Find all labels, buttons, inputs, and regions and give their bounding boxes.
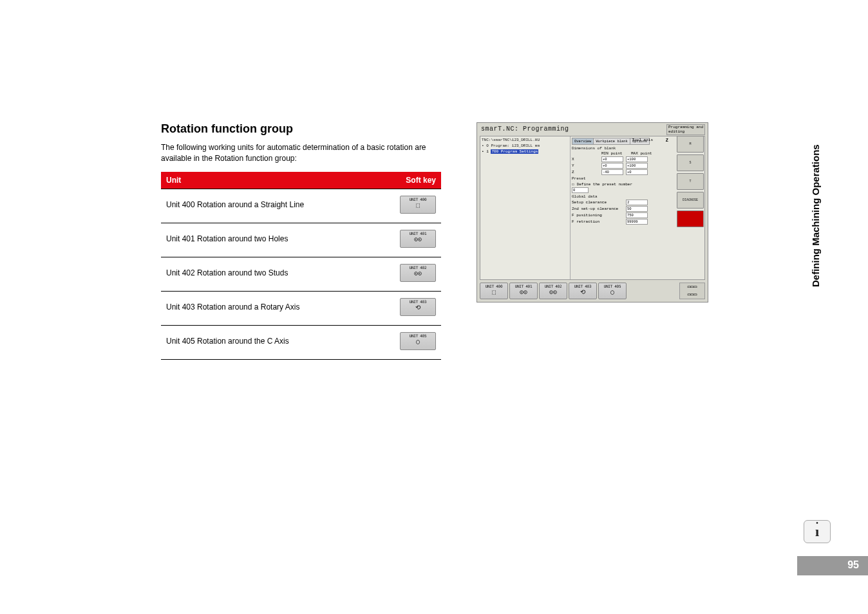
units-table: Unit Soft key Unit 400 Rotation around a…	[161, 172, 441, 360]
unit-desc: Unit 401 Rotation around two Holes	[161, 223, 383, 257]
info-icon: • ı	[804, 520, 831, 543]
max-label: MAX point	[631, 151, 658, 156]
sk-unit-400[interactable]: UNIT 400⬚	[480, 283, 508, 299]
tab-overview[interactable]: Overview	[572, 138, 594, 145]
side-btn-stop[interactable]	[677, 210, 704, 227]
preset-value[interactable]	[572, 187, 589, 193]
f-retraction-label: F retraction	[572, 219, 623, 224]
x-label: X	[572, 157, 599, 162]
tool-axis-label: Tool axis	[632, 138, 653, 142]
f-retraction[interactable]	[626, 219, 648, 225]
col-unit: Unit	[161, 172, 383, 189]
tab-workpiece[interactable]: Workpiece blank	[593, 138, 630, 145]
tree-program: • 0 Program: 123_DRILL mm	[482, 144, 569, 148]
softkey-unit-402[interactable]: UNIT 402⊙⊙	[400, 264, 436, 282]
softkey-unit-401[interactable]: UNIT 401⊙⊙	[400, 230, 436, 248]
screenshot-mode: Programming and editing	[666, 124, 705, 135]
tree-item[interactable]: • 1 700 Program Settings	[482, 149, 569, 154]
side-btn-diagnose[interactable]: DIAGNOSE	[677, 192, 704, 209]
table-row: Unit 401 Rotation around two Holes UNIT …	[161, 223, 441, 257]
z-min[interactable]	[601, 169, 623, 175]
table-row: Unit 402 Rotation around two Studs UNIT …	[161, 257, 441, 291]
table-row: Unit 403 Rotation around a Rotary Axis U…	[161, 291, 441, 325]
sk-unit-401[interactable]: UNIT 401⊙⊙	[509, 283, 538, 299]
preset-define-label: Define the preset number	[577, 182, 632, 187]
min-label: MIN point	[601, 151, 628, 156]
unit-desc: Unit 405 Rotation around the C Axis	[161, 325, 383, 359]
x-max[interactable]	[626, 156, 648, 162]
table-row: Unit 400 Rotation around a Straight Line…	[161, 189, 441, 223]
unit-desc: Unit 403 Rotation around a Rotary Axis	[161, 291, 383, 325]
f-positioning-label: F positioning	[572, 213, 623, 218]
table-row: Unit 405 Rotation around the C Axis UNIT…	[161, 325, 441, 359]
side-btn-m[interactable]: M	[677, 136, 704, 153]
softkey-unit-405[interactable]: UNIT 405◯	[400, 332, 436, 350]
side-section-label: Defining Machining Operations	[810, 122, 823, 309]
screenshot-title: smarT.NC: Programming	[481, 126, 569, 133]
program-tree: TNC:\smarTNC\123_DRILL.HU • 0 Program: 1…	[480, 136, 571, 279]
tree-path: TNC:\smarTNC\123_DRILL.HU	[482, 138, 569, 142]
cnc-screenshot: smarT.NC: Programming Programming and ed…	[476, 122, 708, 302]
setup-clearance-label: Setup clearance	[572, 200, 623, 205]
unit-desc: Unit 402 Rotation around two Studs	[161, 257, 383, 291]
section-heading: Rotation function group	[161, 122, 444, 136]
z-label: Z	[572, 170, 599, 174]
sk-unit-403[interactable]: UNIT 403⟲	[569, 283, 597, 299]
x-min[interactable]	[601, 156, 623, 162]
sk-paging[interactable]: ▭▭▭▭▭▭	[679, 283, 705, 299]
second-clearance-label: 2nd set-up clearance	[572, 207, 623, 211]
preset-checkbox[interactable]: ☐	[572, 181, 574, 187]
y-label: Y	[572, 163, 599, 168]
y-max[interactable]	[626, 163, 648, 169]
col-softkey: Soft key	[383, 172, 441, 189]
page-number: 95	[797, 556, 868, 575]
z-max[interactable]	[626, 169, 648, 175]
y-min[interactable]	[601, 163, 623, 169]
softkey-unit-403[interactable]: UNIT 403⟲	[400, 298, 436, 316]
second-clearance[interactable]	[626, 206, 648, 212]
side-btn-t[interactable]: T	[677, 173, 704, 190]
side-btn-s[interactable]: S	[677, 154, 704, 171]
softkey-unit-400[interactable]: UNIT 400⬚	[400, 196, 436, 214]
setup-clearance[interactable]	[626, 200, 648, 205]
f-positioning[interactable]	[626, 212, 648, 218]
intro-text: The following working units for automati…	[161, 142, 444, 164]
tool-axis-value: Z	[666, 138, 668, 143]
sk-unit-405[interactable]: UNIT 405◯	[598, 283, 627, 299]
sk-unit-402[interactable]: UNIT 402⊙⊙	[539, 283, 567, 299]
unit-desc: Unit 400 Rotation around a Straight Line	[161, 189, 383, 223]
